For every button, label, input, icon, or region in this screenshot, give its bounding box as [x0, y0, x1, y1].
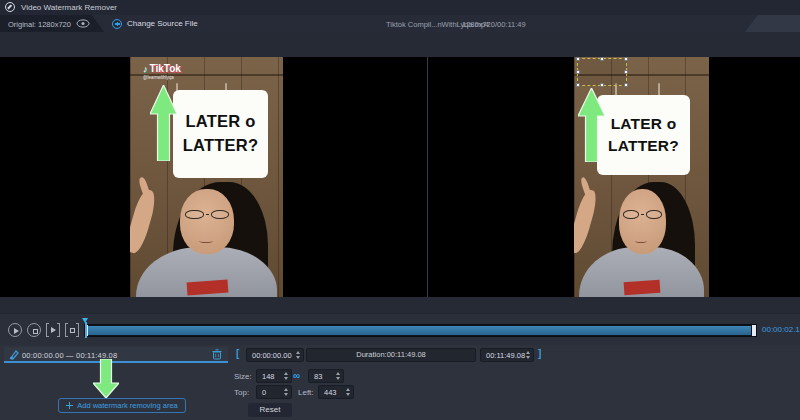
change-source-file-label: Change Source File: [127, 19, 198, 28]
video-watermark-remover-window: Video Watermark Remover Original: 1280x7…: [0, 0, 800, 420]
size-width-input[interactable]: 148: [256, 369, 292, 383]
end-time-input[interactable]: 00:11:49.08: [480, 348, 534, 362]
selection-handle[interactable]: [624, 57, 628, 61]
caption-line2: LATTER?: [597, 135, 690, 157]
size-height-value: 83: [314, 372, 322, 381]
size-height-input[interactable]: 83: [308, 369, 344, 383]
watermark-area-icon: [9, 349, 19, 360]
top-value: 0: [262, 388, 266, 397]
tiktok-brand-text: TikTok: [150, 63, 181, 74]
left-label: Left:: [298, 388, 314, 397]
preview-area: LATER o LATTER? ♪ TikTok @learnwithlyqa: [0, 32, 800, 313]
original-video-preview: LATER o LATTER? ♪ TikTok @learnwithlyqa: [130, 57, 283, 297]
aspect-link-icon[interactable]: ∞: [293, 370, 300, 381]
caption-line1: LATER o: [173, 110, 268, 134]
size-width-value: 148: [262, 372, 275, 381]
preview-eye-icon[interactable]: [76, 19, 90, 28]
person-finger: [580, 177, 592, 199]
caption-bubble: LATER o LATTER?: [597, 95, 690, 175]
person-face: [180, 189, 234, 254]
person-face: [619, 189, 666, 254]
plus-circle-icon: [112, 19, 122, 29]
caption-bubble: LATER o LATTER?: [173, 90, 268, 178]
title-bar: Video Watermark Remover: [0, 0, 800, 15]
selection-handle[interactable]: [576, 57, 580, 61]
end-time-value: 00:11:49.08: [486, 351, 525, 360]
playhead-marker[interactable]: [82, 318, 89, 338]
tiktok-note-icon: ♪: [143, 64, 148, 74]
loaded-file-meta: 1280x720/00:11:49: [462, 20, 526, 29]
add-watermark-area-label: Add watermark removing area: [77, 401, 177, 410]
duration-display: Duration:00:11:49.08: [306, 348, 476, 362]
annotation-arrow-up-left: [150, 85, 177, 161]
person-glasses: [623, 209, 662, 220]
current-time-display: 00:00:02.13/0: [762, 325, 800, 334]
caption-line2: LATTER?: [173, 134, 268, 158]
plus-icon: [66, 402, 73, 409]
original-resolution-tab[interactable]: Original: 1280x720: [0, 15, 104, 32]
output-video-preview: LATER o LATTER?: [574, 57, 709, 297]
size-label: Size:: [234, 372, 252, 381]
stop-button[interactable]: [27, 323, 41, 337]
caption-line1: LATER o: [597, 113, 690, 135]
trim-handle-right[interactable]: [752, 325, 756, 336]
top-label: Top:: [234, 388, 249, 397]
selection-handle[interactable]: [576, 83, 580, 87]
annotation-arrow-down: [93, 359, 119, 398]
start-time-stepper[interactable]: [294, 351, 301, 359]
selection-handle[interactable]: [600, 57, 604, 61]
top-stepper[interactable]: [282, 388, 289, 396]
person-glasses: [185, 209, 229, 220]
left-value: 443: [324, 388, 337, 397]
start-time-value: 00:00:00.00: [252, 351, 292, 360]
person-finger: [138, 176, 151, 199]
selection-handle[interactable]: [576, 70, 580, 74]
selection-handle[interactable]: [600, 83, 604, 87]
play-selection-button[interactable]: [46, 323, 60, 337]
pane-divider: [427, 57, 428, 297]
playback-bar: 00:00:02.13/0: [0, 313, 800, 345]
size-height-stepper[interactable]: [334, 372, 341, 380]
change-source-file-button[interactable]: Change Source File: [112, 18, 198, 29]
annotation-arrow-up-right: [578, 88, 605, 162]
reset-button[interactable]: Reset: [248, 403, 292, 417]
top-input[interactable]: 0: [256, 385, 292, 399]
original-resolution-label: Original: 1280x720: [8, 20, 71, 29]
selection-handle[interactable]: [624, 70, 628, 74]
size-width-stepper[interactable]: [282, 372, 289, 380]
watermark-selection-box[interactable]: [577, 58, 627, 86]
left-input[interactable]: 443: [318, 385, 354, 399]
trim-start-bracket[interactable]: [: [236, 348, 239, 359]
tiktok-username: @learnwithlyqa: [143, 75, 181, 80]
add-watermark-area-button[interactable]: Add watermark removing area: [58, 398, 186, 413]
play-button[interactable]: [8, 323, 22, 337]
stop-selection-button[interactable]: [65, 323, 79, 337]
left-stepper[interactable]: [344, 388, 351, 396]
end-time-stepper[interactable]: [524, 351, 531, 359]
start-time-input[interactable]: 00:00:00.00: [246, 348, 304, 362]
watermark-settings-panel: 00:00:00.00 — 00:11:49.08 Add watermark …: [0, 345, 800, 420]
trash-icon[interactable]: [212, 349, 222, 360]
timeline-track[interactable]: [84, 324, 757, 337]
app-logo-icon: [5, 2, 15, 12]
timeline-selected-range[interactable]: [87, 326, 751, 335]
app-title: Video Watermark Remover: [21, 3, 117, 12]
selection-handle[interactable]: [624, 83, 628, 87]
tiktok-watermark: ♪ TikTok @learnwithlyqa: [143, 63, 181, 80]
toolbar: Original: 1280x720 Change Source File Ti…: [0, 15, 800, 32]
trim-end-bracket[interactable]: ]: [538, 348, 541, 359]
